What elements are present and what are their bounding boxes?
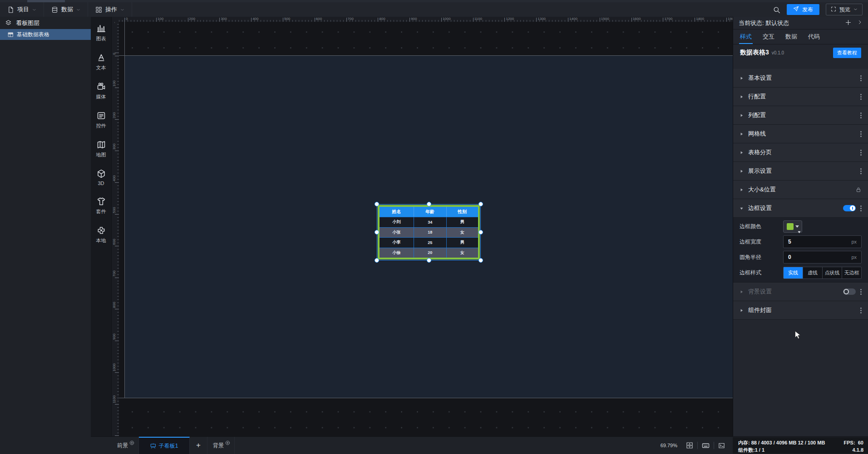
foreground-tab-label: 前景: [117, 442, 128, 449]
section-toggle[interactable]: [843, 288, 856, 295]
document-icon: [7, 6, 14, 13]
border-style-label: 边框样式: [740, 269, 783, 277]
menu-项目[interactable]: 项目: [0, 2, 44, 17]
ruler-tick-label: 700: [348, 17, 354, 21]
selection-handle[interactable]: [375, 230, 379, 234]
inspector-tab-交互[interactable]: 交互: [763, 29, 774, 44]
chevron-right-icon[interactable]: [857, 20, 863, 26]
chevron-down-icon: [120, 8, 124, 12]
menu-操作[interactable]: 操作: [88, 2, 132, 17]
terminal-icon[interactable]: [715, 442, 728, 449]
tutorial-button[interactable]: 查看教程: [833, 48, 861, 58]
border-style-虚线[interactable]: 虚线: [803, 267, 823, 278]
preview-button[interactable]: 预览: [826, 4, 863, 15]
layers-panel-header: 看板图层: [0, 17, 91, 29]
section-menu-icon[interactable]: [860, 94, 862, 100]
section-menu-icon[interactable]: [860, 205, 862, 211]
border-style-点状线[interactable]: 点状线: [823, 267, 842, 278]
section-列配置[interactable]: 列配置: [733, 106, 868, 125]
layer-list: 基础数据表格: [0, 29, 91, 40]
table-cell: 男: [447, 217, 478, 227]
menu-数据[interactable]: 数据: [44, 2, 88, 17]
section-边框设置[interactable]: 边框设置: [733, 199, 868, 218]
corner-radius-input[interactable]: 0 px: [783, 251, 862, 264]
section-menu-icon[interactable]: [860, 75, 862, 81]
ruler-tick-label: 1500: [601, 17, 609, 21]
selection-handle[interactable]: [427, 202, 431, 206]
board-icon: [150, 443, 156, 449]
menu-label: 项目: [17, 5, 29, 14]
plus-circle-icon[interactable]: [225, 440, 230, 445]
border-settings-body: 边框颜色 边框宽度 5 px 圆角半径 0 px: [733, 218, 868, 283]
background-tab[interactable]: 背景: [207, 437, 235, 454]
inspector-tab-代码[interactable]: 代码: [808, 29, 820, 44]
table-cell: 小徐: [380, 248, 414, 258]
component-header: 数据表格3 v0.1.0 查看教程: [733, 44, 868, 61]
tool-本地[interactable]: 本地: [96, 226, 106, 244]
ruler-tick-label: 700: [112, 270, 116, 276]
publish-button[interactable]: 发布: [787, 4, 819, 15]
chevron-down-icon: [32, 8, 36, 12]
add-state-icon[interactable]: [845, 19, 852, 27]
fit-view-icon[interactable]: [683, 442, 696, 449]
inspector-tab-数据[interactable]: 数据: [785, 29, 797, 44]
caret-down-icon: [795, 225, 799, 228]
tool-套件[interactable]: 套件: [96, 197, 106, 215]
app-version: 4.1.8: [853, 446, 863, 454]
ruler-tick-label: 500: [112, 207, 116, 213]
section-背景设置[interactable]: 背景设置: [733, 283, 868, 301]
subboard-tab-active[interactable]: 子看板1: [139, 437, 190, 454]
tool-媒体[interactable]: 媒体: [96, 82, 106, 100]
section-menu-icon[interactable]: [860, 112, 862, 118]
corner-radius-value: 0: [788, 254, 791, 260]
section-label: 边框设置: [748, 204, 772, 212]
menu-label: 数据: [61, 5, 73, 14]
chevron-down-icon: [853, 6, 858, 13]
selection-handle[interactable]: [375, 258, 379, 263]
border-color-picker[interactable]: [783, 220, 802, 233]
tool-地图[interactable]: 地图: [96, 140, 106, 158]
search-icon[interactable]: [773, 6, 780, 14]
border-color-field: 边框颜色: [733, 219, 868, 234]
selection-handle[interactable]: [478, 230, 483, 234]
layer-item[interactable]: 基础数据表格: [0, 29, 91, 40]
keyboard-shortcuts-icon[interactable]: [699, 442, 713, 449]
section-大小&位置[interactable]: 大小&位置: [733, 181, 868, 199]
ruler-tick-label: 1300: [538, 17, 546, 21]
section-menu-icon[interactable]: [860, 150, 862, 156]
border-style-无边框[interactable]: 无边框: [842, 267, 861, 278]
section-toggle[interactable]: [843, 205, 856, 211]
tool-图表[interactable]: 图表: [96, 24, 106, 42]
section-展示设置[interactable]: 展示设置: [733, 162, 868, 181]
tool-文本[interactable]: 文本: [96, 53, 106, 71]
selection-handle[interactable]: [478, 258, 483, 263]
section-网格线[interactable]: 网格线: [733, 125, 868, 143]
selection-handle[interactable]: [375, 202, 379, 206]
data-table-component[interactable]: 姓名年龄性别小刘34男小张18女小李25男小徐20女: [378, 205, 480, 259]
section-表格分页[interactable]: 表格分页: [733, 143, 868, 162]
ruler-vertical: -100010020030040050060070080090010001100: [112, 22, 119, 436]
selection-handle[interactable]: [427, 258, 431, 263]
border-style-实线[interactable]: 实线: [784, 267, 803, 278]
section-menu-icon[interactable]: [860, 168, 862, 174]
table-header-cell: 年龄: [414, 207, 447, 217]
section-menu-icon[interactable]: [860, 289, 862, 295]
section-menu-icon[interactable]: [860, 131, 862, 137]
tool-控件[interactable]: 控件: [96, 111, 106, 129]
section-menu-icon[interactable]: [860, 308, 862, 313]
border-width-input[interactable]: 5 px: [783, 235, 862, 248]
plus-circle-icon[interactable]: [129, 440, 134, 445]
tool-3D[interactable]: 3D: [97, 169, 106, 186]
data-table: 姓名年龄性别小刘34男小张18女小李25男小徐20女: [380, 207, 478, 258]
inspector-tab-样式[interactable]: 样式: [740, 29, 752, 44]
add-board-button[interactable]: +: [190, 437, 207, 454]
selection-handle[interactable]: [478, 202, 483, 206]
section-组件封面[interactable]: 组件封面: [733, 301, 868, 320]
components-label: 组件数:: [738, 446, 755, 454]
foreground-tab[interactable]: 前景: [112, 437, 139, 454]
caret-right-icon: [740, 132, 744, 136]
layer-item-label: 基础数据表格: [17, 31, 49, 39]
section-基本设置[interactable]: 基本设置: [733, 69, 868, 88]
section-行配置[interactable]: 行配置: [733, 88, 868, 106]
artboard-left-edge: [124, 22, 125, 398]
